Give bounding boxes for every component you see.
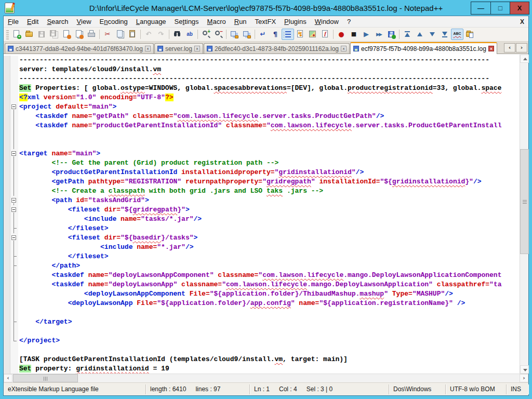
paste-icon[interactable] [126, 29, 139, 40]
goto-first-icon[interactable] [401, 29, 414, 40]
fold-collapse-icon[interactable] [10, 149, 18, 158]
bookmark-margin[interactable] [4, 317, 10, 327]
sync-vertical-icon[interactable] [228, 29, 241, 40]
tab-scroll-right-icon[interactable]: › [516, 43, 527, 52]
document-map-icon[interactable] [307, 29, 319, 40]
fold-collapse-icon[interactable] [10, 102, 18, 112]
bookmark-margin[interactable] [4, 187, 10, 196]
bookmark-margin[interactable] [4, 56, 10, 65]
spell-check-icon[interactable]: ABC [451, 29, 463, 40]
bookmark-margin[interactable] [4, 224, 10, 233]
new-file-icon[interactable]: + [10, 29, 23, 40]
bookmark-margin[interactable] [4, 102, 10, 112]
close-all-icon[interactable] [73, 29, 85, 40]
bookmark-margin[interactable] [4, 74, 10, 84]
menu-item-file[interactable]: File [4, 17, 23, 26]
bookmark-margin[interactable] [4, 140, 10, 149]
bookmark-margin[interactable] [4, 158, 10, 168]
vertical-scrollbar[interactable] [520, 55, 528, 374]
copy-icon[interactable] [114, 29, 126, 40]
goto-prev-icon[interactable] [414, 29, 426, 40]
save-macro-icon[interactable] [385, 29, 397, 40]
bookmark-margin[interactable] [4, 233, 10, 243]
goto-next-icon[interactable] [426, 29, 438, 40]
menu-item-language[interactable]: Language [132, 17, 170, 26]
bookmark-margin[interactable] [4, 271, 10, 280]
bookmark-margin[interactable] [4, 215, 10, 224]
bookmark-margin[interactable] [4, 252, 10, 261]
minimize-button[interactable]: — [471, 2, 490, 14]
bookmark-margin[interactable] [4, 177, 10, 187]
find-icon[interactable] [171, 29, 183, 40]
menu-item-window[interactable]: Window [311, 17, 343, 26]
goto-last-icon[interactable] [438, 29, 451, 40]
bookmark-margin[interactable] [4, 112, 10, 121]
close-button[interactable]: X [510, 2, 529, 14]
tab-26dfec40-d3c1-4873-84fb-20259011162a.log[interactable]: 26dfec40-d3c1-4873-84fb-20259011162a.log… [204, 43, 350, 54]
menu-item-view[interactable]: View [73, 17, 96, 26]
open-containing-folder-icon[interactable] [463, 29, 476, 40]
menu-item-textfx[interactable]: TextFX [251, 17, 280, 26]
menubar-close-icon[interactable]: X [520, 18, 524, 25]
menu-item-plugins[interactable]: Plugins [280, 17, 311, 26]
tab-c3441377-dda8-42ed-94be-401d76f63470.log[interactable]: c3441377-dda8-42ed-94be-401d76f63470.log… [5, 43, 154, 54]
bookmark-margin[interactable] [4, 289, 10, 299]
bookmark-margin[interactable] [4, 243, 10, 252]
bookmark-margin[interactable] [4, 121, 10, 130]
indent-guide-icon[interactable] [282, 29, 294, 40]
menu-item-help[interactable]: ? [343, 17, 355, 26]
menu-item-search[interactable]: Search [43, 17, 72, 26]
replace-icon[interactable]: ab [183, 29, 196, 40]
cut-icon[interactable]: ✂ [101, 29, 114, 40]
shortcut-mapper-icon[interactable]: ↯ [294, 29, 307, 40]
bookmark-margin[interactable] [4, 196, 10, 205]
toolbar-grip[interactable] [6, 29, 9, 39]
tab-server.log[interactable]: server.logx [154, 43, 203, 54]
tab-close-icon[interactable]: x [488, 46, 494, 51]
tab-close-icon[interactable]: x [194, 46, 200, 51]
zoom-out-icon[interactable]: − [212, 29, 224, 40]
fold-collapse-icon[interactable] [10, 205, 18, 215]
bookmark-margin[interactable] [4, 345, 10, 355]
bookmark-margin[interactable] [4, 205, 10, 215]
bookmark-margin[interactable] [4, 168, 10, 177]
horizontal-scrollbar-thumb[interactable] [13, 374, 78, 382]
bookmark-margin[interactable] [4, 327, 10, 336]
tab-close-icon[interactable]: x [341, 46, 347, 51]
horizontal-scrollbar[interactable]: ‹ › [4, 374, 528, 382]
play-macro-icon[interactable]: ▶ [360, 29, 373, 40]
fold-collapse-icon[interactable] [10, 233, 18, 243]
menu-item-encoding[interactable]: Encoding [96, 17, 132, 26]
run-macro-multiple-icon[interactable]: ▶▶ [373, 29, 385, 40]
open-file-icon[interactable] [23, 29, 35, 40]
text-editor[interactable]: ----------------------------------------… [4, 55, 520, 374]
menu-item-run[interactable]: Run [230, 17, 251, 26]
tab-close-icon[interactable]: x [145, 46, 151, 51]
word-wrap-icon[interactable]: ↵ [257, 29, 269, 40]
close-file-icon[interactable] [60, 29, 73, 40]
bookmark-margin[interactable] [4, 130, 10, 140]
scroll-right-icon[interactable]: › [520, 374, 528, 382]
bookmark-margin[interactable] [4, 84, 10, 93]
scroll-down-icon[interactable] [520, 365, 529, 374]
stop-macro-icon[interactable]: ■ [348, 29, 360, 40]
bookmark-margin[interactable] [4, 280, 10, 289]
tab-ecf97875-f57b-4098-b99a-4880b8a3551c.log[interactable]: ecf97875-f57b-4098-b99a-4880b8a3551c.log… [350, 42, 497, 54]
bookmark-margin[interactable] [4, 364, 10, 374]
sync-horizontal-icon[interactable] [241, 29, 253, 40]
bookmark-margin[interactable] [4, 149, 10, 158]
print-icon[interactable] [85, 29, 98, 40]
bookmark-margin[interactable] [4, 355, 10, 364]
bookmark-margin[interactable] [4, 65, 10, 74]
bookmark-margin[interactable] [4, 299, 10, 308]
menu-item-settings[interactable]: Settings [170, 17, 203, 26]
bookmark-margin[interactable] [4, 336, 10, 345]
show-all-characters-icon[interactable]: ¶ [269, 29, 282, 40]
bookmark-margin[interactable] [4, 308, 10, 317]
record-macro-icon[interactable]: ● [335, 29, 348, 40]
bookmark-margin[interactable] [4, 93, 10, 102]
function-list-icon[interactable]: f [319, 29, 331, 40]
fold-collapse-icon[interactable] [10, 196, 18, 205]
menu-item-macro[interactable]: Macro [203, 17, 230, 26]
scroll-up-icon[interactable] [520, 55, 529, 63]
